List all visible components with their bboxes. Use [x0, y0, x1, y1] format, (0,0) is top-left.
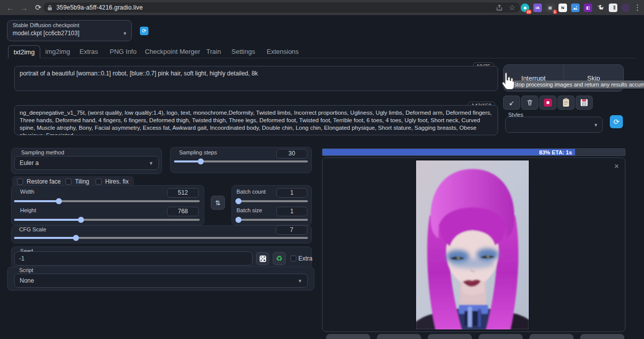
camera-extension-badge: 1: [553, 10, 557, 14]
pin-extension-badge: 21: [526, 10, 532, 14]
styles-dropdown[interactable]: ▾: [505, 117, 603, 133]
height-slider[interactable]: [14, 217, 200, 223]
notion-extension-icon[interactable]: N: [558, 4, 567, 12]
cfg-scale-input[interactable]: 7: [276, 225, 307, 235]
gallery-action-button[interactable]: [326, 334, 370, 339]
gallery-action-button[interactable]: [428, 334, 472, 339]
recycle-icon: ♻: [276, 254, 282, 263]
checkpoint-label: Stable Diffusion checkpoint: [13, 22, 79, 28]
browser-forward-button[interactable]: →: [18, 2, 30, 14]
batch-size-input[interactable]: 1: [276, 207, 307, 216]
restore-faces-checkbox[interactable]: [17, 179, 23, 185]
pin-extension-icon[interactable]: ◆ 21: [521, 4, 529, 12]
negative-prompt-textarea[interactable]: ng_deepnegative_v1_75t, (worst quality, …: [14, 105, 498, 135]
browser-menu-icon[interactable]: ⋮: [634, 2, 641, 14]
sampling-method-value: Euler a: [20, 159, 39, 166]
ia-extension-icon[interactable]: IA: [533, 4, 542, 12]
tab-extensions[interactable]: Extensions: [262, 45, 304, 58]
script-chevron-icon: ▾: [298, 278, 301, 284]
bookmark-star-icon[interactable]: ☆: [509, 4, 515, 12]
progress-bar: 83% ETA: 1s: [322, 148, 625, 156]
sampling-method-dropdown[interactable]: Euler a ▾: [14, 156, 159, 170]
batch-count-slider[interactable]: [235, 198, 308, 204]
gallery-action-button[interactable]: [377, 334, 421, 339]
show-extra-networks-button[interactable]: [539, 96, 556, 110]
tiling-label: Tiling: [75, 178, 89, 185]
extra-networks-icon: [544, 99, 552, 107]
batch-count-input[interactable]: 1: [276, 188, 307, 198]
width-label: Width: [20, 189, 34, 195]
purple-extension-icon[interactable]: ◧: [584, 4, 592, 12]
browser-reload-button[interactable]: ⟳: [32, 2, 44, 14]
tab-train[interactable]: Train: [201, 45, 226, 58]
browser-back-button[interactable]: ←: [4, 2, 16, 14]
share-icon[interactable]: [496, 5, 503, 11]
generated-image-preview[interactable]: [416, 160, 529, 330]
gallery-action-button[interactable]: [478, 334, 523, 339]
clear-prompt-button[interactable]: [521, 96, 538, 110]
swap-dimensions-button[interactable]: ⇅: [211, 196, 225, 210]
random-seed-button[interactable]: [256, 252, 269, 265]
batch-size-label: Batch size: [236, 207, 262, 213]
progress-text: 83% ETA: 1s: [539, 149, 575, 155]
output-gallery: ×: [322, 157, 625, 332]
sampling-steps-label: Sampling steps: [179, 149, 217, 155]
tab-png-info[interactable]: PNG Info: [105, 45, 141, 58]
styles-refresh-button[interactable]: ⟳: [610, 115, 623, 128]
close-preview-icon[interactable]: ×: [614, 162, 619, 171]
styles-chevron-icon: ▾: [594, 122, 597, 128]
checkpoint-dropdown[interactable]: model.ckpt [cc6cb27103] ▾: [13, 30, 126, 37]
checkpoint-refresh-button[interactable]: ⟳: [140, 27, 148, 35]
trash-icon: [526, 99, 533, 106]
image-extension-icon[interactable]: [571, 4, 580, 12]
sidebar-extension-icon[interactable]: [609, 4, 617, 12]
batch-count-label: Batch count: [236, 189, 266, 195]
script-label: Script: [19, 267, 33, 273]
seed-value: -1: [19, 255, 25, 262]
progress-fill: 83% ETA: 1s: [323, 149, 575, 155]
dice-icon: [260, 256, 266, 262]
url-text: 359e5b9a-a5ff-4216.gradio.live: [56, 4, 143, 11]
tab-txt2img[interactable]: txt2img: [8, 45, 40, 58]
width-input[interactable]: 512: [167, 188, 199, 198]
batch-size-slider[interactable]: [235, 217, 308, 223]
tiling-checkbox[interactable]: [65, 179, 71, 185]
tab-checkpoint-merger[interactable]: Checkpoint Merger: [140, 45, 205, 58]
hires-fix-label: Hires. fix: [105, 178, 129, 185]
cfg-scale-label: CFG Scale: [19, 226, 46, 232]
interrupt-tooltip: Stop processing images and return any re…: [509, 80, 644, 89]
gallery-action-button[interactable]: [529, 334, 574, 339]
address-bar[interactable]: 359e5b9a-a5ff-4216.gradio.live ☆: [43, 3, 520, 13]
seed-input[interactable]: -1: [14, 251, 253, 266]
seed-extra-checkbox[interactable]: [290, 256, 296, 262]
chevron-down-icon: ▾: [123, 30, 126, 37]
profile-avatar[interactable]: [621, 4, 630, 12]
sampling-steps-slider[interactable]: [174, 158, 308, 164]
swap-arrows-icon: ⇅: [215, 199, 221, 207]
script-dropdown[interactable]: None ▾: [14, 274, 308, 288]
puzzle-extensions-icon[interactable]: [596, 4, 605, 12]
tab-img2img[interactable]: img2img: [40, 45, 75, 58]
apply-styles-button[interactable]: [557, 96, 575, 110]
paste-generation-params-button[interactable]: ↙: [503, 96, 520, 110]
hires-fix-checkbox[interactable]: [96, 179, 102, 185]
tab-settings[interactable]: Settings: [226, 45, 260, 58]
script-value: None: [20, 277, 34, 284]
seed-extra-label: Extra: [298, 255, 312, 262]
tab-extras[interactable]: Extras: [74, 45, 103, 58]
save-floppy-icon: [581, 99, 588, 106]
lock-icon: [47, 5, 52, 11]
checkpoint-value: model.ckpt [cc6cb27103]: [13, 30, 79, 37]
gallery-action-button[interactable]: [580, 334, 624, 339]
cfg-scale-slider[interactable]: [14, 235, 308, 241]
width-slider[interactable]: [14, 198, 200, 204]
height-input[interactable]: 768: [167, 207, 199, 216]
save-style-button[interactable]: [576, 96, 593, 110]
paste-arrow-icon: ↙: [509, 99, 515, 107]
prompt-textarea[interactable]: portrait of a beautiful [woman::0.1] rob…: [14, 66, 498, 91]
browser-toolbar: ← → ⟳ 359e5b9a-a5ff-4216.gradio.live ☆ ◆…: [0, 0, 644, 15]
sampling-steps-input[interactable]: 30: [276, 149, 307, 158]
sampling-method-chevron-icon: ▾: [149, 160, 152, 166]
camera-extension-icon[interactable]: ▣ 1: [546, 4, 554, 12]
reuse-seed-button[interactable]: ♻: [273, 252, 286, 265]
